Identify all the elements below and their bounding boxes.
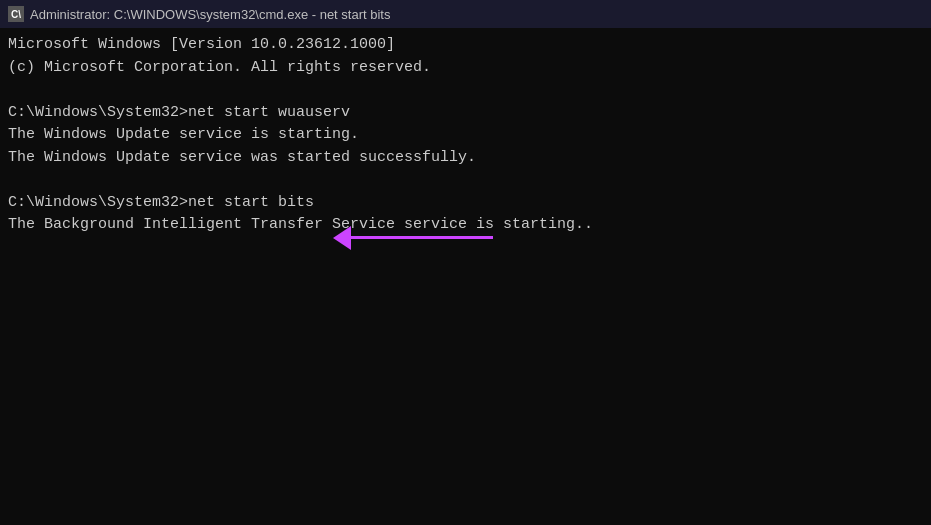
line-4: The Windows Update service is starting. — [8, 124, 923, 147]
blank-line-1 — [8, 79, 923, 102]
line-2: (c) Microsoft Corporation. All rights re… — [8, 57, 923, 80]
cmd-window: C\ Administrator: C:\WINDOWS\system32\cm… — [0, 0, 931, 525]
title-bar: C\ Administrator: C:\WINDOWS\system32\cm… — [0, 0, 931, 28]
line-3: C:\Windows\System32>net start wuauserv — [8, 102, 923, 125]
terminal-body[interactable]: Microsoft Windows [Version 10.0.23612.10… — [0, 28, 931, 525]
cmd-icon: C\ — [8, 6, 24, 22]
line-5: The Windows Update service was started s… — [8, 147, 923, 170]
line-1: Microsoft Windows [Version 10.0.23612.10… — [8, 34, 923, 57]
line-7: The Background Intelligent Transfer Serv… — [8, 214, 923, 237]
blank-line-2 — [8, 169, 923, 192]
line-6: C:\Windows\System32>net start bits — [8, 192, 923, 215]
title-bar-text: Administrator: C:\WINDOWS\system32\cmd.e… — [30, 7, 923, 22]
